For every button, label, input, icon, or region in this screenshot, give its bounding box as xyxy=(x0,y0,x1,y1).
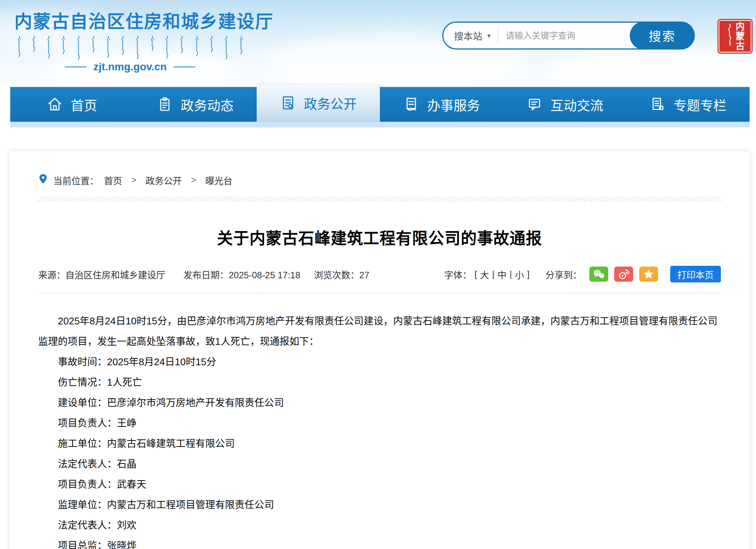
field-row: 事故时间：2025年8月24日10时15分 xyxy=(38,352,721,372)
divider xyxy=(498,28,498,43)
clipboard-icon xyxy=(156,96,173,113)
meta-right: 字体： [ 大 | 中 | 小 ] 分享到： xyxy=(444,266,721,282)
meta-divider xyxy=(38,293,721,293)
field-row: 项目负责人：王峥 xyxy=(38,413,721,433)
search-button[interactable]: 搜索 xyxy=(630,22,695,50)
meta-views: 浏览次数：27 xyxy=(314,268,370,281)
nav-item-news[interactable]: 政务动态 xyxy=(133,87,257,122)
chevron-down-icon: ▼ xyxy=(486,33,492,39)
mongolian-script xyxy=(14,36,246,59)
field-row: 施工单位：内蒙古石峰建筑工程有限公司 xyxy=(38,433,721,454)
breadcrumb-separator: > xyxy=(191,175,196,185)
page: 内蒙古自治区住房和城乡建设厅 zjt.nmg.gov.cn 搜本站 ▼ 搜索 内… xyxy=(0,0,756,549)
site-title: 内蒙古自治区住房和城乡建设厅 xyxy=(14,7,246,33)
field-row: 伤亡情况：1人死亡 xyxy=(38,372,721,392)
meta-left: 来源：自治区住房和城乡建设厅 发布日期：2025-08-25 17:18 浏览次… xyxy=(38,268,369,281)
font-size-small[interactable]: 小 xyxy=(515,268,524,281)
document-list-icon xyxy=(280,95,296,111)
font-size-medium[interactable]: 中 xyxy=(497,268,507,281)
font-size-large[interactable]: 大 xyxy=(480,268,489,281)
field-row: 法定代表人：石晶 xyxy=(38,454,721,474)
seal-mongolian-script xyxy=(727,23,733,49)
site-logo[interactable]: 内蒙古自治区住房和城乡建设厅 zjt.nmg.gov.cn xyxy=(14,7,246,73)
nav-item-home[interactable]: 首页 xyxy=(10,87,133,122)
nav-bottom-strip xyxy=(10,122,750,127)
breadcrumb-item-exposure[interactable]: 曝光台 xyxy=(205,174,232,187)
nav-item-label: 办事服务 xyxy=(427,95,480,114)
content-box: 当前位置： 首页 > 政务公开 > 曝光台 关于内蒙古石峰建筑工程有限公司的事故… xyxy=(9,151,750,549)
nav-item-label: 首页 xyxy=(71,95,97,114)
field-row: 法定代表人：刘欢 xyxy=(38,515,721,535)
divider-line xyxy=(65,67,87,67)
field-row: 项目负责人：武春天 xyxy=(38,474,721,495)
location-pin-icon xyxy=(38,173,48,187)
nav-item-services[interactable]: 办事服务 xyxy=(380,87,503,122)
divider-line xyxy=(174,67,195,67)
print-page-button[interactable]: 打印本页 xyxy=(670,266,721,282)
home-icon xyxy=(46,96,63,113)
hatched-divider xyxy=(38,197,721,202)
site-domain: zjt.nmg.gov.cn xyxy=(93,61,167,73)
main-nav: 首页 政务动态 政务公开 xyxy=(10,87,750,122)
field-row: 建设单位：巴彦淖尔市鸿万房地产开发有限责任公司 xyxy=(38,392,721,413)
wechat-share-button[interactable] xyxy=(589,267,608,282)
official-seal: 内蒙古 xyxy=(717,19,753,54)
search-scope-dropdown[interactable]: 搜本站 ▼ xyxy=(443,29,496,42)
breadcrumb-separator: > xyxy=(131,175,136,185)
field-row: 项目总监：张晓烨 xyxy=(38,535,721,549)
breadcrumb-location-label: 当前位置： xyxy=(53,174,99,187)
font-size-label: 字体： xyxy=(444,268,471,281)
nav-item-label: 专题专栏 xyxy=(674,95,727,114)
search-scope-label: 搜本站 xyxy=(454,29,482,42)
breadcrumb-item-home[interactable]: 首页 xyxy=(104,174,122,187)
font-size-control: 字体： [ 大 | 中 | 小 ] xyxy=(444,268,530,281)
article-body: 2025年8月24日10时15分，由巴彦淖尔市鸿万房地产开发有限责任公司建设，内… xyxy=(38,311,721,549)
scroll-icon xyxy=(403,96,420,113)
breadcrumb: 当前位置： 首页 > 政务公开 > 曝光台 xyxy=(38,151,721,187)
nav-item-label: 互动交流 xyxy=(550,95,603,114)
field-row: 监理单位：内蒙古万和工程项目管理有限责任公司 xyxy=(38,495,721,515)
site-header: 内蒙古自治区住房和城乡建设厅 zjt.nmg.gov.cn 搜本站 ▼ 搜索 内… xyxy=(0,0,756,87)
meta-date: 发布日期：2025-08-25 17:18 xyxy=(183,268,301,281)
nav-item-disclosure[interactable]: 政务公开 xyxy=(257,84,380,122)
share-label: 分享到： xyxy=(545,268,582,281)
nav-item-label: 政务公开 xyxy=(304,93,357,113)
chat-icon xyxy=(526,96,543,113)
nav-item-interaction[interactable]: 互动交流 xyxy=(503,87,626,122)
article-meta: 来源：自治区住房和城乡建设厅 发布日期：2025-08-25 17:18 浏览次… xyxy=(38,266,721,282)
weibo-share-button[interactable] xyxy=(614,267,633,282)
site-domain-row: zjt.nmg.gov.cn xyxy=(14,61,246,73)
site-search: 搜本站 ▼ 搜索 xyxy=(442,22,695,50)
article-paragraph: 2025年8月24日10时15分，由巴彦淖尔市鸿万房地产开发有限责任公司建设，内… xyxy=(38,311,721,352)
breadcrumb-item-disclosure[interactable]: 政务公开 xyxy=(146,174,182,187)
nav-item-label: 政务动态 xyxy=(181,95,234,114)
page-title: 关于内蒙古石峰建筑工程有限公司的事故通报 xyxy=(38,225,721,248)
seal-text: 内蒙古 xyxy=(735,22,744,51)
nav-item-special[interactable]: 专题专栏 xyxy=(626,87,750,122)
newspaper-icon xyxy=(649,96,666,113)
meta-source: 来源：自治区住房和城乡建设厅 xyxy=(38,268,165,281)
qzone-star-icon[interactable] xyxy=(639,267,658,282)
